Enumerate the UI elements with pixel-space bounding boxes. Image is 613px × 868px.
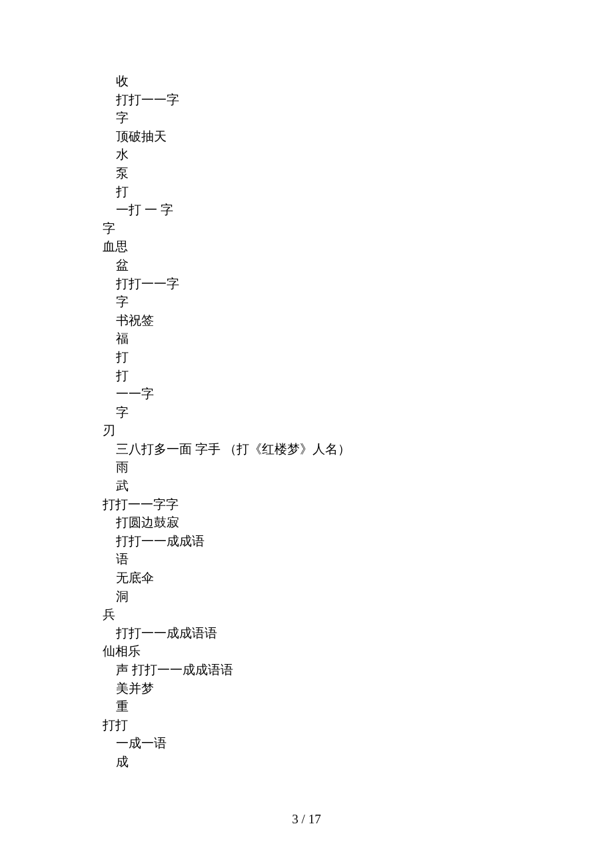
- text-line: 成: [103, 753, 516, 771]
- text-line: 仙相乐: [103, 642, 516, 661]
- text-line: 语: [103, 550, 516, 569]
- text-line: 福: [103, 329, 516, 348]
- text-line: 声 打打一一成成语语: [103, 661, 516, 679]
- text-line: 打打一一成成语语: [103, 624, 516, 643]
- text-line: 兵: [103, 605, 516, 624]
- text-line: 字: [103, 403, 516, 422]
- text-line: 打打一一字: [103, 275, 516, 293]
- text-line: 水: [103, 145, 516, 164]
- text-line: 收: [103, 72, 516, 91]
- text-line: 字: [103, 293, 516, 311]
- text-line: 打打一一字字: [103, 495, 516, 514]
- text-line: 字: [103, 219, 516, 238]
- text-line: 一成一语: [103, 734, 516, 753]
- text-line: 书祝签: [103, 311, 516, 330]
- text-line: 字: [103, 109, 516, 127]
- page-number: 3 / 17: [0, 812, 613, 827]
- text-line: 打打一一字: [103, 91, 516, 109]
- text-line: 刃: [103, 421, 516, 440]
- text-line: 无底伞: [103, 569, 516, 587]
- text-line: 打: [103, 348, 516, 367]
- text-line: 盆: [103, 256, 516, 275]
- text-line: 三八打多一面 字手 （打《红楼梦》人名）: [103, 440, 516, 459]
- text-line: 美并梦: [103, 679, 516, 698]
- text-line: 一打 一 字: [103, 201, 516, 219]
- text-line: 武: [103, 477, 516, 495]
- text-line: 打打一一成成语: [103, 532, 516, 551]
- text-line: 重: [103, 697, 516, 716]
- text-line: 打打: [103, 716, 516, 735]
- document-content: 收打打一一字字顶破抽天水泵打一打 一 字字血思盆打打一一字字书祝签福打打一一字字…: [103, 72, 516, 771]
- text-line: 顶破抽天: [103, 127, 516, 146]
- text-line: 血思: [103, 237, 516, 256]
- text-line: 打: [103, 183, 516, 201]
- text-line: 洞: [103, 587, 516, 606]
- text-line: 雨: [103, 458, 516, 477]
- text-line: 一一字: [103, 385, 516, 403]
- text-line: 泵: [103, 164, 516, 183]
- text-line: 打圆边鼓寂: [103, 513, 516, 532]
- text-line: 打: [103, 367, 516, 385]
